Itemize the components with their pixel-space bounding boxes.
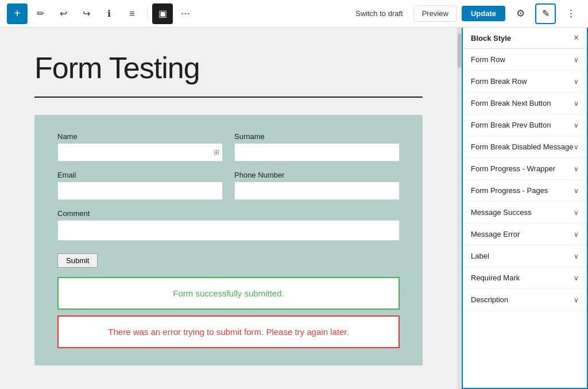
- edit-mode-button[interactable]: ✎: [535, 3, 556, 24]
- panel-item[interactable]: Form Break Row ∨: [463, 71, 587, 93]
- panel-item-label: Message Success: [471, 208, 532, 217]
- chevron-down-icon: ∨: [574, 274, 579, 282]
- chevron-down-icon: ∨: [574, 187, 579, 195]
- scrollbar[interactable]: [457, 28, 462, 389]
- name-label: Name: [57, 132, 223, 141]
- panel-item-label: Form Row: [471, 55, 505, 64]
- editor-area: Form Testing Name ⊞ Surname: [0, 28, 457, 389]
- name-field: Name ⊞: [57, 132, 223, 161]
- chevron-down-icon: ∨: [574, 230, 579, 238]
- panel-item[interactable]: Form Break Prev Button ∨: [463, 114, 587, 136]
- email-input[interactable]: [57, 182, 223, 200]
- panel-item[interactable]: Description ∨: [463, 289, 587, 311]
- surname-input[interactable]: [234, 143, 400, 161]
- panel-item[interactable]: Form Progress - Wrapper ∨: [463, 158, 587, 180]
- comment-input[interactable]: [57, 220, 400, 241]
- view-button[interactable]: ▣: [152, 3, 173, 24]
- panel-items-container: Form Row ∨ Form Break Row ∨ Form Break N…: [463, 49, 587, 311]
- chevron-down-icon: ∨: [574, 252, 579, 260]
- redo-button[interactable]: ↪: [76, 3, 96, 24]
- panel-item-label: Form Break Next Button: [471, 99, 551, 107]
- panel-item[interactable]: Message Success ∨: [463, 202, 587, 224]
- comment-label: Comment: [57, 209, 400, 218]
- page-title: Form Testing: [34, 51, 423, 85]
- toolbar-right: Switch to draft Preview Update ⚙ ✎ ⋮: [350, 3, 581, 24]
- info-button[interactable]: ℹ: [99, 3, 119, 24]
- name-surname-row: Name ⊞ Surname: [57, 132, 400, 161]
- success-message: Form successfully submitted.: [57, 277, 400, 310]
- comment-row: Comment: [57, 209, 400, 241]
- chevron-down-icon: ∨: [574, 143, 579, 151]
- chevron-down-icon: ∨: [574, 56, 579, 64]
- panel-item-label: Form Progress - Pages: [471, 186, 548, 195]
- draw-button[interactable]: ✏: [30, 3, 51, 24]
- panel-title: Block Style: [471, 34, 511, 43]
- panel-item[interactable]: Message Error ∨: [463, 224, 587, 245]
- comment-field: Comment: [57, 209, 400, 241]
- phone-field: Phone Number: [234, 171, 400, 200]
- panel-close-button[interactable]: ×: [574, 33, 579, 43]
- title-divider: [34, 97, 423, 98]
- add-block-button[interactable]: +: [7, 3, 28, 24]
- phone-label: Phone Number: [234, 171, 400, 179]
- name-input-icon: ⊞: [214, 148, 219, 156]
- block-style-panel: Block Style × Form Row ∨ Form Break Row …: [462, 28, 588, 389]
- surname-field: Surname: [234, 132, 400, 161]
- update-button[interactable]: Update: [462, 6, 505, 21]
- toolbar-divider: [147, 7, 148, 21]
- submit-button[interactable]: Submit: [57, 253, 98, 268]
- panel-item[interactable]: Form Row ∨: [463, 49, 587, 71]
- panel-item-label: Description: [471, 295, 508, 304]
- main-layout: Form Testing Name ⊞ Surname: [0, 28, 588, 389]
- settings-button[interactable]: ⚙: [510, 3, 531, 24]
- toolbar: + ✏ ↩ ↪ ℹ ≡ ▣ ⋯ Switch to draft Preview …: [0, 0, 588, 28]
- undo-button[interactable]: ↩: [53, 3, 74, 24]
- panel-item[interactable]: Form Break Next Button ∨: [463, 93, 587, 114]
- chevron-down-icon: ∨: [574, 99, 579, 107]
- name-input[interactable]: [57, 143, 223, 161]
- panel-item-label: Required Mark: [471, 274, 520, 282]
- panel-item-label: Label: [471, 252, 489, 260]
- panel-item-label: Form Break Disabled Message: [471, 142, 573, 151]
- form-container: Name ⊞ Surname Email Phon: [34, 115, 423, 365]
- panel-item[interactable]: Form Progress - Pages ∨: [463, 180, 587, 202]
- email-label: Email: [57, 171, 223, 179]
- chevron-down-icon: ∨: [574, 209, 579, 217]
- name-input-wrapper: ⊞: [57, 143, 223, 161]
- scroll-thumb: [458, 33, 461, 68]
- panel-item-label: Form Break Prev Button: [471, 121, 551, 129]
- phone-input[interactable]: [234, 182, 400, 200]
- panel-item-label: Message Error: [471, 230, 520, 238]
- switch-to-draft-button[interactable]: Switch to draft: [350, 6, 408, 21]
- error-message: There was an error trying to submit form…: [57, 315, 400, 348]
- panel-item-label: Form Break Row: [471, 77, 527, 86]
- chevron-down-icon: ∨: [574, 121, 579, 129]
- preview-button[interactable]: Preview: [413, 5, 457, 22]
- panel-item[interactable]: Form Break Disabled Message ∨: [463, 136, 587, 158]
- toolbar-left: + ✏ ↩ ↪ ℹ ≡ ▣ ⋯: [7, 3, 196, 24]
- panel-item[interactable]: Required Mark ∨: [463, 267, 587, 289]
- panel-header: Block Style ×: [463, 28, 587, 49]
- email-phone-row: Email Phone Number: [57, 171, 400, 200]
- list-view-button[interactable]: ≡: [122, 3, 142, 24]
- chevron-down-icon: ∨: [574, 296, 579, 304]
- chevron-down-icon: ∨: [574, 165, 579, 173]
- chevron-down-icon: ∨: [574, 78, 579, 86]
- panel-item-label: Form Progress - Wrapper: [471, 164, 555, 173]
- options-button[interactable]: ⋮: [560, 3, 581, 24]
- panel-item[interactable]: Label ∨: [463, 245, 587, 267]
- surname-label: Surname: [234, 132, 400, 141]
- more-options-button[interactable]: ⋯: [175, 3, 196, 24]
- email-field: Email: [57, 171, 223, 200]
